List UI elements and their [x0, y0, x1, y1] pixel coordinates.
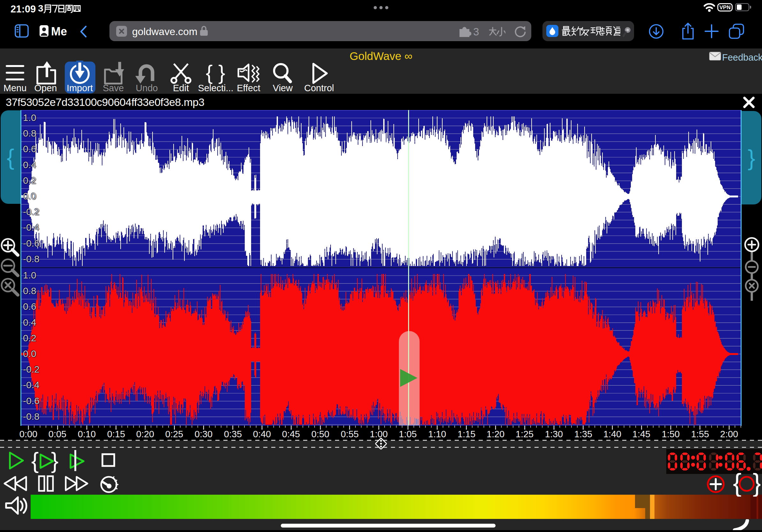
svg-text:{ }: { }	[206, 61, 225, 84]
svg-text:{: {	[31, 448, 38, 473]
svg-text:3: 3	[38, 3, 43, 13]
